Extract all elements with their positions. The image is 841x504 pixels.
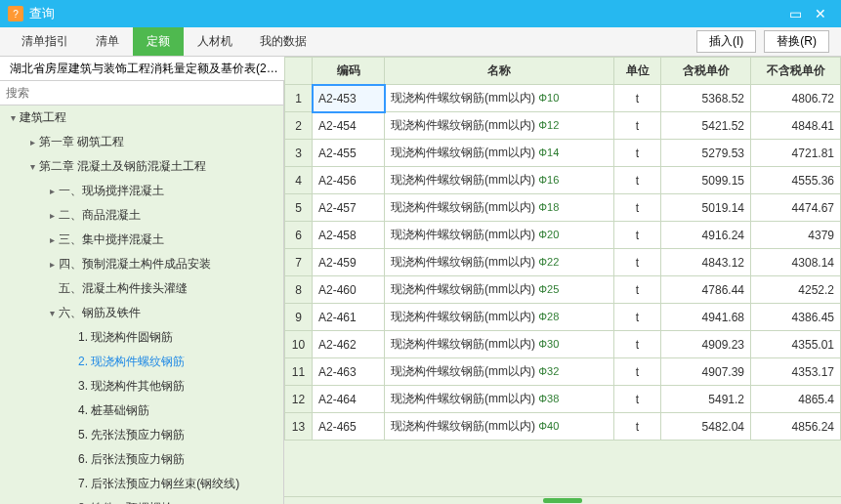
row-number[interactable]: 7 <box>285 249 313 276</box>
tab-2[interactable]: 定额 <box>133 27 184 56</box>
expand-icon[interactable]: ▸ <box>27 137 37 147</box>
expand-icon[interactable]: ▾ <box>47 308 57 318</box>
replace-button[interactable]: 替换(R) <box>764 30 829 53</box>
cell-name[interactable]: 现浇构件螺纹钢筋(mm以内) Φ10 <box>385 85 614 112</box>
cell-unit[interactable]: t <box>614 276 661 304</box>
row-number[interactable]: 8 <box>285 276 313 304</box>
cell-unit[interactable]: t <box>614 112 661 140</box>
row-number[interactable]: 10 <box>285 331 313 358</box>
cell-price-tax[interactable]: 5482.04 <box>661 413 751 441</box>
cell-name[interactable]: 现浇构件螺纹钢筋(mm以内) Φ40 <box>385 413 614 441</box>
cell-price-tax[interactable]: 5421.52 <box>661 112 751 140</box>
row-number[interactable]: 2 <box>285 112 313 140</box>
table-row[interactable]: 10A2-462现浇构件螺纹钢筋(mm以内) Φ30t4909.234355.0… <box>285 331 841 358</box>
cell-code[interactable]: A2-458 <box>313 222 385 249</box>
table-row[interactable]: 7A2-459现浇构件螺纹钢筋(mm以内) Φ22t4843.124308.14 <box>285 249 841 276</box>
row-number[interactable]: 9 <box>285 304 313 331</box>
tree-node[interactable]: ▾六、钢筋及铁件 <box>0 301 283 325</box>
cell-price-tax[interactable]: 4941.68 <box>661 304 751 331</box>
cell-code[interactable]: A2-461 <box>313 304 385 331</box>
cell-price-tax[interactable]: 4916.24 <box>661 222 751 249</box>
row-number[interactable]: 6 <box>285 222 313 249</box>
cell-name[interactable]: 现浇构件螺纹钢筋(mm以内) Φ25 <box>385 276 614 304</box>
row-number[interactable]: 13 <box>285 413 313 441</box>
cell-price-tax[interactable]: 5491.2 <box>661 386 751 413</box>
cell-price-notax[interactable]: 4865.4 <box>751 386 841 413</box>
cell-price-tax[interactable]: 4909.23 <box>661 331 751 358</box>
table-row[interactable]: 4A2-456现浇构件螺纹钢筋(mm以内) Φ16t5099.154555.36 <box>285 167 841 194</box>
cell-unit[interactable]: t <box>614 249 661 276</box>
cell-name[interactable]: 现浇构件螺纹钢筋(mm以内) Φ30 <box>385 331 614 358</box>
table-row[interactable]: 1A2-453现浇构件螺纹钢筋(mm以内) Φ10t5368.524806.72 <box>285 85 841 112</box>
table-row[interactable]: 3A2-455现浇构件螺纹钢筋(mm以内) Φ14t5279.534721.81 <box>285 140 841 167</box>
cell-name[interactable]: 现浇构件螺纹钢筋(mm以内) Φ16 <box>385 167 614 194</box>
table-row[interactable]: 12A2-464现浇构件螺纹钢筋(mm以内) Φ38t5491.24865.4 <box>285 386 841 413</box>
expand-icon[interactable]: ▸ <box>47 186 57 196</box>
cell-price-notax[interactable]: 4555.36 <box>751 167 841 194</box>
table-row[interactable]: 9A2-461现浇构件螺纹钢筋(mm以内) Φ28t4941.684386.45 <box>285 304 841 331</box>
tree-node[interactable]: 5. 先张法预应力钢筋 <box>0 423 283 447</box>
cell-price-tax[interactable]: 5279.53 <box>661 140 751 167</box>
row-number[interactable]: 11 <box>285 358 313 386</box>
cell-price-tax[interactable]: 5368.52 <box>661 85 751 112</box>
cell-code[interactable]: A2-453 <box>313 85 385 112</box>
cell-name[interactable]: 现浇构件螺纹钢筋(mm以内) Φ22 <box>385 249 614 276</box>
row-number[interactable]: 12 <box>285 386 313 413</box>
cell-unit[interactable]: t <box>614 222 661 249</box>
tree-node[interactable]: ▸三、集中搅拌混凝土 <box>0 228 283 252</box>
row-number[interactable]: 3 <box>285 140 313 167</box>
cell-price-notax[interactable]: 4308.14 <box>751 249 841 276</box>
tree-node[interactable]: ▸第一章 砌筑工程 <box>0 130 283 154</box>
cell-name[interactable]: 现浇构件螺纹钢筋(mm以内) Φ14 <box>385 140 614 167</box>
cell-code[interactable]: A2-457 <box>313 194 385 222</box>
table-row[interactable]: 8A2-460现浇构件螺纹钢筋(mm以内) Φ25t4786.444252.2 <box>285 276 841 304</box>
col-header[interactable]: 名称 <box>385 58 614 85</box>
table-row[interactable]: 5A2-457现浇构件螺纹钢筋(mm以内) Φ18t5019.144474.67 <box>285 194 841 222</box>
col-header[interactable]: 不含税单价 <box>751 58 841 85</box>
cell-price-notax[interactable]: 4379 <box>751 222 841 249</box>
cell-price-tax[interactable]: 4786.44 <box>661 276 751 304</box>
expand-icon[interactable]: ▾ <box>27 161 37 172</box>
cell-name[interactable]: 现浇构件螺纹钢筋(mm以内) Φ38 <box>385 386 614 413</box>
tab-0[interactable]: 清单指引 <box>8 27 82 56</box>
cell-code[interactable]: A2-463 <box>313 358 385 386</box>
tree-node[interactable]: ▸二、商品混凝土 <box>0 203 283 228</box>
table-row[interactable]: 11A2-463现浇构件螺纹钢筋(mm以内) Φ32t4907.394353.1… <box>285 358 841 386</box>
cell-name[interactable]: 现浇构件螺纹钢筋(mm以内) Φ20 <box>385 222 614 249</box>
data-table[interactable]: 编码名称单位含税单价不含税单价 1A2-453现浇构件螺纹钢筋(mm以内) Φ1… <box>284 57 841 441</box>
cell-price-notax[interactable]: 4848.41 <box>751 112 841 140</box>
row-number[interactable]: 4 <box>285 167 313 194</box>
tree-node[interactable]: 4. 桩基础钢筋 <box>0 399 283 423</box>
tree-node[interactable]: 6. 后张法预应力钢筋 <box>0 447 283 472</box>
cell-price-tax[interactable]: 5019.14 <box>661 194 751 222</box>
expand-icon[interactable]: ▸ <box>47 259 57 270</box>
cell-price-notax[interactable]: 4386.45 <box>751 304 841 331</box>
cell-price-notax[interactable]: 4721.81 <box>751 140 841 167</box>
cell-code[interactable]: A2-464 <box>313 386 385 413</box>
tree-node[interactable]: 1. 现浇构件圆钢筋 <box>0 325 283 350</box>
cell-price-notax[interactable]: 4355.01 <box>751 331 841 358</box>
cell-price-tax[interactable]: 5099.15 <box>661 167 751 194</box>
table-row[interactable]: 2A2-454现浇构件螺纹钢筋(mm以内) Φ12t5421.524848.41 <box>285 112 841 140</box>
col-header[interactable]: 含税单价 <box>661 58 751 85</box>
cell-code[interactable]: A2-462 <box>313 331 385 358</box>
expand-icon[interactable]: ▸ <box>47 234 57 245</box>
tree-node[interactable]: ▸一、现场搅拌混凝土 <box>0 179 283 203</box>
cell-price-notax[interactable]: 4806.72 <box>751 85 841 112</box>
row-number[interactable]: 5 <box>285 194 313 222</box>
cell-unit[interactable]: t <box>614 194 661 222</box>
tree-node[interactable]: 2. 现浇构件螺纹钢筋 <box>0 350 283 374</box>
tab-1[interactable]: 清单 <box>82 27 133 56</box>
close-button[interactable]: ✕ <box>808 6 833 21</box>
cell-name[interactable]: 现浇构件螺纹钢筋(mm以内) Φ18 <box>385 194 614 222</box>
search-input[interactable] <box>0 81 283 105</box>
cell-unit[interactable]: t <box>614 85 661 112</box>
tree-view[interactable]: ▾建筑工程▸第一章 砌筑工程▾第二章 混凝土及钢筋混凝土工程▸一、现场搅拌混凝土… <box>0 105 283 504</box>
minimize-button[interactable]: ▭ <box>782 6 808 21</box>
cell-code[interactable]: A2-454 <box>313 112 385 140</box>
cell-code[interactable]: A2-455 <box>313 140 385 167</box>
cell-name[interactable]: 现浇构件螺纹钢筋(mm以内) Φ28 <box>385 304 614 331</box>
cell-code[interactable]: A2-460 <box>313 276 385 304</box>
expand-icon[interactable]: ▾ <box>8 112 18 123</box>
cell-unit[interactable]: t <box>614 358 661 386</box>
